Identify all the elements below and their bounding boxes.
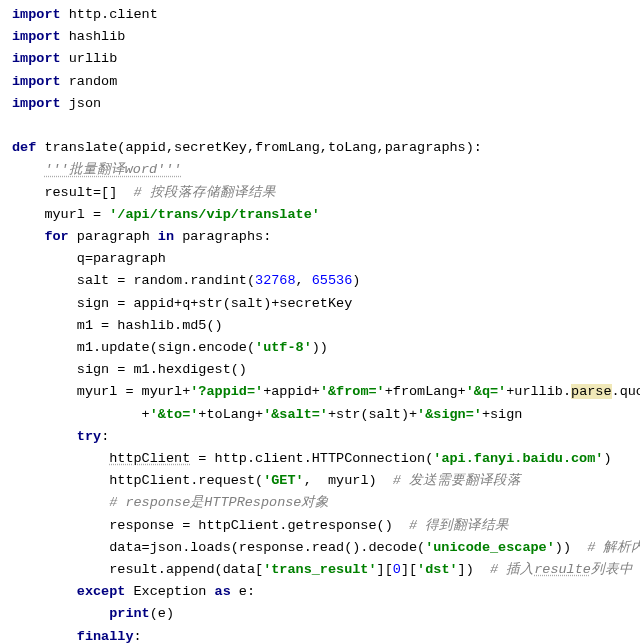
code-text: Exception [125,584,214,599]
code-text: : [101,429,109,444]
code-line: myurl = myurl+'?appid='+appid+'&from='+f… [12,381,640,403]
code-text: .quote(q)\ [612,384,640,399]
string-literal: 'utf-8' [255,340,312,355]
code-text: : [134,629,142,644]
string-literal: '/api/trans/vip/translate' [109,207,320,222]
keyword-import: import [12,7,61,22]
code-line: import urllib [12,48,640,70]
code-text: salt = random.randint( [77,273,255,288]
comment-part: 列表中 [591,562,633,577]
string-literal: 'trans_result' [263,562,376,577]
code-line: +'&to='+toLang+'&salt='+str(salt)+'&sign… [12,404,640,426]
keyword-as: as [215,584,231,599]
code-line: def translate(appid,secretKey,fromLang,t… [12,137,640,159]
module-name: urllib [61,51,118,66]
code-line: sign = m1.hexdigest() [12,359,640,381]
keyword-def: def [12,140,36,155]
comment: # response是HTTPResponse对象 [109,495,329,510]
comment-part: # 插入 [490,562,534,577]
code-text: (e) [150,606,174,621]
code-line: '''批量翻译word''' [12,159,640,181]
keyword-try: try [77,429,101,444]
keyword-in: in [158,229,174,244]
string-literal: '&q=' [466,384,507,399]
code-text: + [328,407,336,422]
docstring: '''批量翻译word''' [44,162,181,177]
code-line: for paragraph in paragraphs: [12,226,640,248]
code-text: data=json.loads(response.read().decode( [109,540,425,555]
keyword-finally: finally [77,629,134,644]
code-text: )) [555,540,587,555]
code-text: ) [603,451,611,466]
code-text: +fromLang+ [385,384,466,399]
code-line: print(e) [12,603,640,625]
comment-underlined: resulte [534,562,591,577]
string-literal: '&salt=' [263,407,328,422]
code-line: q=paragraph [12,248,640,270]
code-text: +toLang+ [198,407,263,422]
code-text: +sign [482,407,523,422]
comment: # 发送需要翻译段落 [393,473,521,488]
code-text: +appid+ [263,384,320,399]
code-text: paragraph [69,229,158,244]
code-text: ) [352,273,360,288]
string-literal: '?appid=' [190,384,263,399]
string-literal: '&to=' [150,407,199,422]
module-name: random [61,74,118,89]
highlighted-text: parse [571,384,612,399]
code-line: httpClient = http.client.HTTPConnection(… [12,448,640,470]
code-text: myurl = myurl+ [77,384,190,399]
keyword-except: except [77,584,126,599]
code-text: +urllib. [506,384,571,399]
string-literal: '&from=' [320,384,385,399]
code-text: ][ [401,562,417,577]
code-text: q=paragraph [77,251,166,266]
number-literal: 0 [393,562,401,577]
code-text: , myurl) [304,473,393,488]
code-text: response = httpClient.getresponse() [109,518,409,533]
code-text: result.append(data[ [109,562,263,577]
string-literal: 'GET' [263,473,304,488]
module-name: hashlib [61,29,126,44]
code-line: import http.client [12,4,640,26]
code-text: m1 = hashlib.md5() [77,318,223,333]
code-text: paragraphs: [174,229,271,244]
code-text: )) [312,340,328,355]
keyword-import: import [12,96,61,111]
code-line: salt = random.randint(32768, 65536) [12,270,640,292]
code-text: , [296,273,312,288]
code-text: (salt)+ [360,407,417,422]
number-literal: 32768 [255,273,296,288]
code-text: httpClient.request( [109,473,263,488]
code-text: ][ [377,562,393,577]
function-signature: translate(appid,secretKey,fromLang,toLan… [36,140,482,155]
code-line: except Exception as e: [12,581,640,603]
keyword-import: import [12,74,61,89]
code-text: + [77,407,150,422]
code-text: sign = m1.hexdigest() [77,362,247,377]
code-text: (salt)+secretKey [223,296,353,311]
code-text: = http.client.HTTPConnection( [190,451,433,466]
keyword-for: for [44,229,68,244]
code-line: try: [12,426,640,448]
code-line: import random [12,71,640,93]
code-text: ]) [458,562,490,577]
string-literal: '&sign=' [417,407,482,422]
module-name: json [61,96,102,111]
code-text: result=[] [44,185,133,200]
keyword-import: import [12,51,61,66]
number-literal: 65536 [312,273,353,288]
module-name: http.client [61,7,158,22]
code-line: result.append(data['trans_result'][0]['d… [12,559,640,581]
code-line: m1.update(sign.encode('utf-8')) [12,337,640,359]
code-line: response = httpClient.getresponse() # 得到… [12,515,640,537]
code-text: myurl = [44,207,109,222]
builtin-str: str [336,407,360,422]
code-line: result=[] # 按段落存储翻译结果 [12,182,640,204]
keyword-import: import [12,29,61,44]
code-text: sign = appid+q+ [77,296,199,311]
builtin-str: str [198,296,222,311]
code-text: m1.update(sign.encode( [77,340,255,355]
code-editor: import http.client import hashlib import… [0,0,640,644]
code-line: myurl = '/api/trans/vip/translate' [12,204,640,226]
